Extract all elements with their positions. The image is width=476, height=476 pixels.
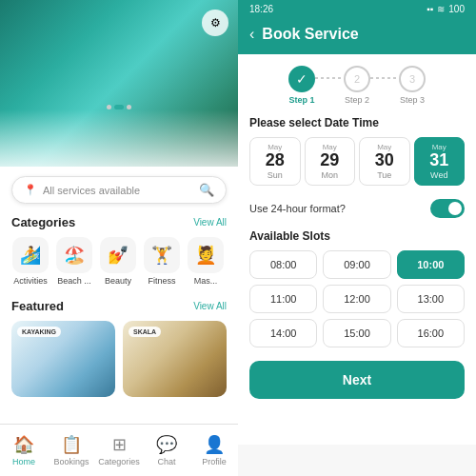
format-toggle-switch[interactable]: [430, 199, 465, 218]
content-area: ✓ Step 1 2 Step 2 3 Step 3 Please select…: [238, 54, 476, 445]
nav-profile[interactable]: 👤 Profile: [190, 434, 238, 466]
step-connector-1: [315, 77, 344, 79]
step-2-circle: 2: [344, 66, 370, 92]
category-item-beach[interactable]: 🏖️ Beach ...: [55, 237, 93, 286]
step-2: 2 Step 2: [344, 66, 370, 105]
hero-dots: [0, 105, 238, 109]
bottom-nav: 🏠 Home 📋 Bookings ⊞ Categories 💬 Chat 👤 …: [0, 424, 238, 476]
home-label: Home: [12, 457, 35, 466]
battery-icon: 100: [448, 4, 465, 14]
featured-view-all[interactable]: View All: [193, 301, 227, 311]
date-card-29[interactable]: May 29 Mon: [305, 137, 356, 186]
status-time: 18:26: [249, 4, 273, 14]
activities-label: Activities: [13, 276, 48, 286]
fitness-label: Fitness: [148, 276, 175, 286]
featured-title: Featured: [11, 299, 64, 313]
category-item-activities[interactable]: 🏄 Activities: [11, 237, 50, 286]
nav-categories[interactable]: ⊞ Categories: [95, 434, 143, 466]
signal-icon: ▪▪: [426, 4, 433, 14]
slot-1300[interactable]: 13:00: [397, 285, 465, 313]
date-name-30: Tue: [364, 170, 406, 180]
slot-1400[interactable]: 14:00: [249, 319, 317, 347]
slots-label: Available Slots: [249, 229, 465, 243]
nav-home[interactable]: 🏠 Home: [0, 434, 48, 466]
featured-section: Featured View All KAYAKING SKALA: [0, 295, 238, 397]
back-button[interactable]: ‹: [249, 26, 254, 43]
featured-row: KAYAKING SKALA: [0, 321, 238, 397]
activities-icon: 🏄: [12, 237, 49, 273]
date-name-28: Sun: [254, 170, 296, 180]
step-3-label: Step 3: [400, 95, 425, 105]
dot: [107, 105, 111, 109]
slots-grid: 08:00 09:00 10:00 11:00 12:00 13:00 14:0…: [249, 250, 465, 347]
category-item-massage[interactable]: 💆 Mas...: [187, 237, 225, 286]
categories-view-all[interactable]: View All: [193, 217, 227, 228]
dot-active: [114, 105, 124, 109]
slot-1600[interactable]: 16:00: [397, 319, 465, 347]
beach-icon: 🏖️: [56, 237, 92, 273]
massage-icon: 💆: [188, 237, 224, 273]
step-connector-2: [370, 77, 399, 79]
date-section-label: Please select Date Time: [249, 116, 465, 129]
search-icon[interactable]: 🔍: [199, 183, 214, 197]
featured-card-kayaking[interactable]: KAYAKING: [11, 321, 115, 397]
bookings-label: Bookings: [53, 457, 89, 466]
dot: [127, 105, 131, 109]
chat-icon: 💬: [156, 434, 177, 455]
category-item-beauty[interactable]: 💅 Beauty: [99, 237, 137, 286]
date-day-29: 29: [309, 151, 351, 170]
step-1-circle: ✓: [288, 66, 315, 92]
step-3-number: 3: [409, 73, 415, 85]
nav-chat[interactable]: 💬 Chat: [143, 434, 190, 466]
categories-nav-icon: ⊞: [112, 434, 127, 455]
format-toggle-row: Use 24-hour format?: [249, 199, 465, 218]
steps-row: ✓ Step 1 2 Step 2 3 Step 3: [249, 66, 465, 105]
profile-label: Profile: [202, 457, 227, 466]
slot-0800[interactable]: 08:00: [249, 250, 317, 279]
format-toggle-label: Use 24-hour format?: [249, 203, 346, 214]
page-title: Book Service: [262, 26, 358, 43]
date-day-28: 28: [254, 151, 296, 170]
left-panel: ⚙ 📍 All services available 🔍 Categories …: [0, 0, 238, 476]
checkmark-icon: ✓: [296, 71, 307, 87]
date-day-31: 31: [419, 151, 461, 170]
step-2-label: Step 2: [345, 95, 369, 105]
wifi-icon: ≋: [437, 4, 445, 14]
profile-icon: 👤: [204, 434, 225, 455]
step-1: ✓ Step 1: [288, 66, 315, 105]
slot-0900[interactable]: 09:00: [323, 250, 390, 279]
date-name-29: Mon: [309, 170, 351, 180]
beauty-icon: 💅: [100, 237, 136, 273]
slot-1500[interactable]: 15:00: [323, 319, 390, 347]
bookings-icon: 📋: [61, 434, 82, 455]
fitness-icon: 🏋️: [144, 237, 180, 273]
step-1-label: Step 1: [288, 95, 314, 105]
search-bar[interactable]: 📍 All services available 🔍: [11, 176, 227, 204]
slot-1200[interactable]: 12:00: [323, 285, 390, 313]
hero-action-button[interactable]: ⚙: [202, 10, 228, 36]
date-row: May 28 Sun May 29 Mon May 30 Tue May 31 …: [249, 137, 465, 186]
search-text: All services available: [43, 185, 193, 196]
beach-label: Beach ...: [57, 276, 91, 286]
date-card-28[interactable]: May 28 Sun: [249, 137, 301, 186]
hero-overlay: [0, 109, 238, 167]
massage-label: Mas...: [194, 276, 218, 286]
kayaking-badge: KAYAKING: [17, 327, 61, 337]
skala-badge: SKALA: [129, 327, 161, 337]
slot-1000[interactable]: 10:00: [397, 250, 465, 279]
next-button[interactable]: Next: [249, 361, 465, 399]
category-item-fitness[interactable]: 🏋️ Fitness: [143, 237, 181, 286]
slot-1100[interactable]: 11:00: [249, 285, 317, 313]
featured-header: Featured View All: [0, 295, 238, 317]
featured-card-skala[interactable]: SKALA: [123, 321, 227, 397]
hero-image: ⚙: [0, 0, 238, 167]
status-bar: 18:26 ▪▪ ≋ 100: [238, 0, 476, 18]
date-card-30[interactable]: May 30 Tue: [359, 137, 410, 186]
beauty-label: Beauty: [105, 276, 131, 286]
status-icons: ▪▪ ≋ 100: [426, 4, 465, 14]
nav-bookings[interactable]: 📋 Bookings: [48, 434, 95, 466]
location-icon: 📍: [24, 184, 37, 196]
date-card-31[interactable]: May 31 Wed: [414, 137, 466, 186]
step-3: 3 Step 3: [399, 66, 426, 105]
categories-row: 🏄 Activities 🏖️ Beach ... 💅 Beauty 🏋️ Fi…: [0, 237, 238, 286]
